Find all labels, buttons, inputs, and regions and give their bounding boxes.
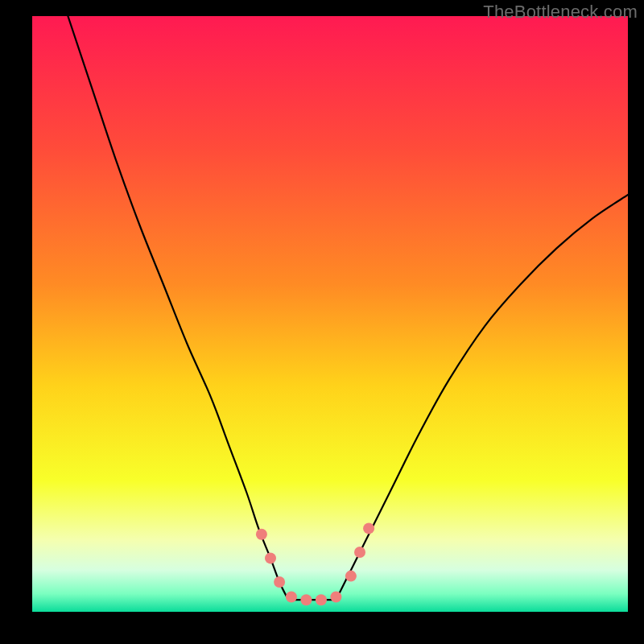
marker-dot: [300, 594, 312, 605]
watermark-text: TheBottleneck.com: [483, 2, 638, 23]
marker-dot: [286, 592, 297, 603]
chart-plot-area: [32, 16, 628, 612]
marker-dot: [274, 576, 285, 588]
marker-dot: [330, 592, 341, 603]
chart-background: [32, 16, 628, 612]
chart-svg: [32, 16, 628, 612]
marker-dot: [354, 547, 365, 558]
marker-dot: [316, 594, 327, 605]
marker-dot: [265, 552, 276, 564]
marker-dot: [256, 529, 267, 540]
marker-dot: [363, 522, 374, 534]
chart-frame: TheBottleneck.com: [0, 0, 644, 644]
marker-dot: [345, 571, 357, 582]
